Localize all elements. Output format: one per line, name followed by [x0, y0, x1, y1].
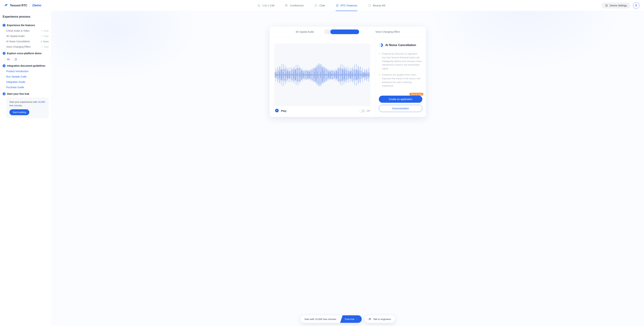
language-switch-button[interactable]: 文: [633, 2, 640, 9]
svg-rect-2: [606, 5, 608, 7]
panel-bullet: Enhances the quality of the voice, impro…: [382, 73, 422, 88]
sidebar: Experience process 1 Experience the feat…: [0, 11, 52, 326]
nav-tabs: 1 to 1 Call Conference Chat RTC Features…: [42, 0, 602, 11]
play-button[interactable]: [275, 109, 279, 113]
step-1-header: 1 Experience the features: [3, 24, 49, 27]
step-number-icon: 1: [3, 24, 6, 27]
svg-rect-0: [286, 5, 287, 7]
language-icon: 文: [635, 4, 637, 7]
nav-tab-call[interactable]: 1 to 1 Call: [257, 0, 274, 11]
play-label: Play: [281, 109, 286, 112]
svg-point-3: [8, 59, 8, 60]
apple-icon[interactable]: [14, 58, 18, 61]
step-1-label: Experience the features: [7, 24, 35, 27]
users-icon: [285, 4, 288, 7]
effect-toggle[interactable]: Off: [360, 110, 370, 112]
top-header: Tencent RTC Demo 1 to 1 Call Conference …: [0, 0, 644, 11]
step-3-label: Integration document guidelines: [7, 64, 45, 67]
status-todo: Todo: [41, 30, 49, 32]
talk-to-engineers-pill[interactable]: Talk to engineers: [364, 315, 395, 323]
sidebar-item-label: Check Audio & Video: [6, 29, 30, 32]
waveform-icon: [274, 44, 370, 106]
sparkle-refresh-icon: [368, 4, 371, 7]
status-todo: Todo: [41, 46, 49, 48]
panel-title: AI Noise Cancellation: [379, 43, 422, 48]
nav-tab-rtc-features[interactable]: RTC Features: [336, 0, 357, 11]
free-trial-text: Start with 10,000 free minutes: [300, 318, 340, 320]
tencent-rtc-logo-icon: [4, 4, 8, 8]
card-tab-noise[interactable]: AI Noise Cancellation: [330, 30, 359, 34]
platform-icons: [3, 56, 49, 62]
nav-tab-chat[interactable]: Chat: [314, 0, 325, 11]
toggle-switch-icon: [360, 110, 365, 112]
talk-label: Talk to engineers: [373, 318, 391, 320]
chat-icon: [314, 4, 318, 7]
nav-label: Beauty AR: [373, 4, 386, 7]
device-settings-button[interactable]: Device Settings: [602, 3, 630, 9]
check-icon: [41, 30, 43, 32]
waveform-column: Play Off: [270, 37, 375, 117]
phone-icon: [257, 4, 260, 7]
play-circle-icon: [275, 109, 279, 113]
nav-label: 1 to 1 Call: [262, 4, 274, 7]
sidebar-item-3d-audio[interactable]: 3D Spatial Audio Todo: [3, 34, 49, 39]
doc-link-integration[interactable]: Integration Guide: [3, 79, 49, 85]
svg-point-269: [370, 319, 370, 319]
nav-label: Chat: [319, 4, 325, 7]
start-free-tag: Start for free: [410, 93, 424, 96]
doc-link-product-intro[interactable]: Product Introduction: [3, 69, 49, 74]
sidebar-item-check-av[interactable]: Check Audio & Video Todo: [3, 28, 49, 34]
nav-label: RTC Features: [341, 4, 357, 7]
step-4-header: 4 Start your free trial: [3, 92, 49, 95]
documentation-button[interactable]: Documentation: [379, 105, 422, 112]
check-icon: [40, 40, 42, 43]
card-tab-voice[interactable]: Voice Changing Effect: [375, 30, 400, 34]
wave-badge-icon: [379, 43, 384, 48]
trial-text: Start your expericence with 10,000 free …: [10, 100, 46, 107]
free-trial-pill[interactable]: Start with 10,000 free minutes Free tria…: [300, 315, 362, 323]
step-number-icon: 3: [3, 64, 6, 67]
sidebar-item-label: Voice Changing Effect: [6, 45, 31, 48]
card-tab-spatial[interactable]: 3D Spatial Audio: [295, 30, 314, 34]
start-building-button[interactable]: Start building: [10, 109, 29, 115]
status-todo: Todo: [41, 35, 49, 38]
feature-card: 3D Spatial Audio AI Noise Cancellation V…: [270, 27, 426, 117]
android-icon[interactable]: [6, 58, 10, 61]
sidebar-item-label: AI Noise Cancellation: [6, 40, 30, 43]
sidebar-item-voice-change[interactable]: Voice Changing Effect Todo: [3, 44, 49, 50]
step-3-header: 3 Integration document guidelines: [3, 64, 49, 67]
create-app-button[interactable]: Create an application: [379, 96, 422, 103]
chat-bubble-icon: [368, 318, 371, 320]
sidebar-item-label: 3D Spatial Audio: [6, 35, 25, 38]
svg-point-4: [9, 59, 9, 60]
bottom-bar: Start with 10,000 free minutes Free tria…: [300, 315, 395, 323]
step-number-icon: 4: [3, 92, 6, 95]
step-4-label: Start your free trial: [7, 92, 29, 95]
step-2-header: 2 Explore cross-platform demo: [3, 52, 49, 55]
status-done: Done: [40, 40, 49, 43]
panel-bullet: Powered by Tencent's AI algorithm from t…: [382, 52, 422, 71]
device-settings-label: Device Settings: [610, 4, 627, 7]
panel-bullets: Powered by Tencent's AI algorithm from t…: [382, 52, 422, 90]
doc-link-purchase[interactable]: Purchase Guide: [3, 85, 49, 90]
svg-point-1: [286, 5, 286, 5]
settings-check-icon: [605, 4, 608, 7]
chevron-right-icon: [356, 318, 358, 320]
sidebar-title: Experience process: [3, 15, 49, 21]
free-trial-cta: Free trial: [340, 315, 362, 323]
card-tabs: 3D Spatial Audio AI Noise Cancellation V…: [270, 27, 426, 37]
panel-title-text: AI Noise Cancellation: [385, 43, 416, 47]
nav-tab-beauty[interactable]: Beauty AR: [368, 0, 386, 11]
header-right: Device Settings 文: [602, 2, 640, 9]
doc-link-sample-code[interactable]: Run Sample Code: [3, 74, 49, 79]
brand-name: Tencent RTC: [10, 4, 27, 7]
play-hex-icon: [336, 4, 339, 7]
trial-card: Start your expericence with 10,000 free …: [6, 97, 49, 118]
sidebar-item-ai-noise[interactable]: AI Noise Cancellation Done: [3, 39, 49, 44]
brand-logo: Tencent RTC: [4, 4, 27, 8]
nav-tab-conference[interactable]: Conference: [285, 0, 304, 11]
check-icon: [41, 35, 43, 37]
nav-label: Conference: [290, 4, 304, 7]
demo-tag: Demo: [32, 4, 41, 7]
info-panel: AI Noise Cancellation Powered by Tencent…: [375, 37, 426, 117]
